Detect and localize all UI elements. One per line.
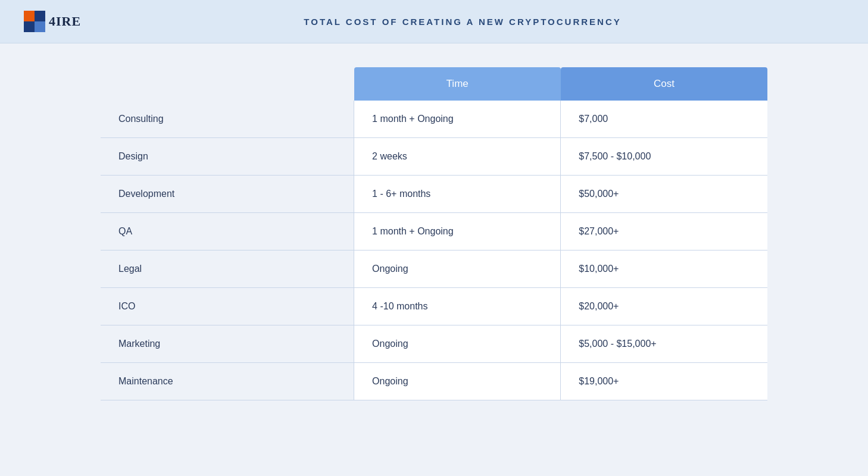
col-header-label xyxy=(101,67,354,101)
cell-label: Legal xyxy=(101,250,354,288)
logo-icon xyxy=(24,11,45,32)
col-header-cost: Cost xyxy=(561,67,767,101)
svg-rect-1 xyxy=(35,11,45,21)
table-row: Design2 weeks$7,500 - $10,000 xyxy=(101,138,767,176)
cell-time: Ongoing xyxy=(354,325,561,363)
cell-label: QA xyxy=(101,213,354,250)
logo-text: 4IRE xyxy=(49,14,81,29)
cell-label: ICO xyxy=(101,288,354,325)
cell-time: Ongoing xyxy=(354,250,561,288)
cell-time: 4 -10 months xyxy=(354,288,561,325)
table-row: QA1 month + Ongoing$27,000+ xyxy=(101,213,767,250)
cell-label: Marketing xyxy=(101,325,354,363)
table-row: Consulting1 month + Ongoing$7,000 xyxy=(101,101,767,138)
header: 4IRE TOTAL COST OF CREATING A NEW CRYPTO… xyxy=(0,0,868,43)
cell-cost: $5,000 - $15,000+ xyxy=(561,325,767,363)
cell-cost: $20,000+ xyxy=(561,288,767,325)
cell-time: 2 weeks xyxy=(354,138,561,176)
page-title: TOTAL COST OF CREATING A NEW CRYPTOCURRE… xyxy=(81,17,844,27)
cell-time: 1 month + Ongoing xyxy=(354,213,561,250)
table-row: LegalOngoing$10,000+ xyxy=(101,250,767,288)
table-row: ICO4 -10 months$20,000+ xyxy=(101,288,767,325)
svg-rect-3 xyxy=(35,21,45,32)
cell-label: Maintenance xyxy=(101,363,354,400)
cell-time: 1 month + Ongoing xyxy=(354,101,561,138)
cell-label: Consulting xyxy=(101,101,354,138)
table-row: MaintenanceOngoing$19,000+ xyxy=(101,363,767,400)
svg-rect-2 xyxy=(24,21,35,32)
table-row: MarketingOngoing$5,000 - $15,000+ xyxy=(101,325,767,363)
cell-cost: $10,000+ xyxy=(561,250,767,288)
cell-cost: $27,000+ xyxy=(561,213,767,250)
table-row: Development1 - 6+ months$50,000+ xyxy=(101,176,767,213)
cell-cost: $7,000 xyxy=(561,101,767,138)
cell-cost: $50,000+ xyxy=(561,176,767,213)
cell-label: Design xyxy=(101,138,354,176)
cell-label: Development xyxy=(101,176,354,213)
cell-cost: $7,500 - $10,000 xyxy=(561,138,767,176)
svg-rect-0 xyxy=(24,11,35,21)
cell-time: 1 - 6+ months xyxy=(354,176,561,213)
logo: 4IRE xyxy=(24,11,81,32)
cost-table: Time Cost Consulting1 month + Ongoing$7,… xyxy=(101,67,767,400)
cell-cost: $19,000+ xyxy=(561,363,767,400)
col-header-time: Time xyxy=(354,67,561,101)
main-content: Time Cost Consulting1 month + Ongoing$7,… xyxy=(0,43,868,424)
cell-time: Ongoing xyxy=(354,363,561,400)
table-container: Time Cost Consulting1 month + Ongoing$7,… xyxy=(101,67,767,400)
